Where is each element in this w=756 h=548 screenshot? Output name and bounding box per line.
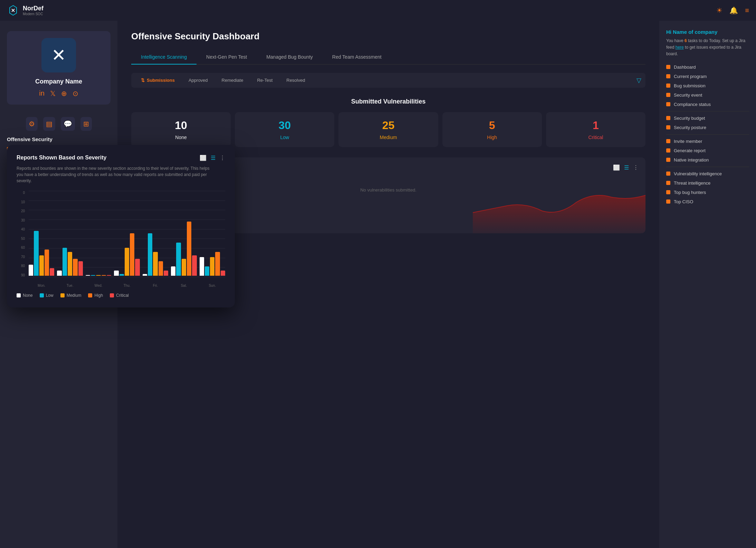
linkedin-icon[interactable]: in xyxy=(39,89,45,98)
right-nav-label: Top CISO xyxy=(674,199,693,204)
nav-icons: ☀ 🔔 ≡ xyxy=(716,6,749,14)
right-nav-label: Threat intelligence xyxy=(674,180,710,186)
sub-tabs: ⇅ Submissions Approved Remediate Re-Test… xyxy=(131,73,645,88)
nav-dot xyxy=(666,181,670,185)
legend-none: None xyxy=(17,293,33,298)
bar-thu-none xyxy=(114,271,118,276)
right-nav-top-bug-hunters[interactable]: Top bug hunters xyxy=(666,190,749,195)
right-nav-invite-member[interactable]: Invite member xyxy=(666,139,749,144)
bar-wed-none xyxy=(86,275,90,276)
right-nav-label: Current program xyxy=(674,74,707,79)
vuln-label-high: High xyxy=(487,135,497,140)
right-nav-bug-submission[interactable]: Bug submission xyxy=(666,83,749,88)
right-nav-compliance-status[interactable]: Compliance status xyxy=(666,102,749,107)
legend-dot-none xyxy=(17,293,21,297)
vuln-count-low: 30 xyxy=(279,119,291,132)
bar-thu-high xyxy=(130,233,134,276)
right-nav-label: Dashboard xyxy=(674,65,696,70)
right-nav-threat-intelligence[interactable]: Threat intelligence xyxy=(666,180,749,186)
chart-icon-expand[interactable]: ⬜ xyxy=(200,155,207,161)
right-nav-dashboard[interactable]: Dashboard xyxy=(666,65,749,70)
bar-wed-high xyxy=(102,275,106,276)
settings-icon[interactable]: ⚙ xyxy=(26,117,38,131)
subtab-retest[interactable]: Re-Test xyxy=(251,76,278,85)
chart-icon-list[interactable]: ☰ xyxy=(211,155,216,161)
bar-tue-low xyxy=(63,248,67,276)
subtab-resolved[interactable]: Resolved xyxy=(281,76,310,85)
bar-wed-medium xyxy=(96,275,101,276)
nav-dot xyxy=(666,148,670,153)
menu-icon[interactable]: ≡ xyxy=(745,7,749,14)
vuln-card-low: 30 Low xyxy=(235,112,334,147)
sun-icon[interactable]: ☀ xyxy=(716,6,722,14)
right-nav-security-posture[interactable]: Security posture xyxy=(666,125,749,130)
area-chart-icon1[interactable]: ⬜ xyxy=(613,164,620,171)
day-group-fri xyxy=(143,191,168,276)
day-group-tue xyxy=(57,191,83,276)
day-group-sun xyxy=(200,191,225,276)
legend-dot-critical xyxy=(110,293,114,297)
area-chart-icon3[interactable]: ⋮ xyxy=(633,164,639,171)
legend-dot-low xyxy=(40,293,44,297)
vuln-count-none: 10 xyxy=(175,119,187,132)
grid-icon[interactable]: ⊞ xyxy=(80,117,92,131)
right-nav-label: Security event xyxy=(674,92,702,98)
bar-fri-medium xyxy=(153,252,157,276)
tab-nextgen-pen-test[interactable]: Next-Gen Pen Test xyxy=(197,50,257,65)
right-nav-current-program[interactable]: Current program xyxy=(666,74,749,79)
vuln-cards: 10 None 30 Low 25 Medium 5 High 1 Crit xyxy=(131,112,645,147)
globe-icon[interactable]: ⊕ xyxy=(61,89,67,98)
bar-chart: 90 80 70 60 50 40 30 20 10 0 xyxy=(17,191,225,287)
tab-intelligence-scanning[interactable]: Intelligence Scanning xyxy=(131,50,197,65)
right-nav-label: Generate report xyxy=(674,148,706,153)
bar-thu-critical xyxy=(135,259,140,276)
right-panel: Hi Name of company You have 6 tasks to d… xyxy=(659,21,756,548)
legend-critical: Critical xyxy=(110,293,129,298)
app-subtitle: Modern SOC xyxy=(23,12,44,16)
bar-tue-medium xyxy=(68,252,72,276)
vuln-card-medium: 25 Medium xyxy=(338,112,438,147)
github-icon[interactable]: ⊙ xyxy=(73,89,78,98)
subtab-submissions[interactable]: ⇅ Submissions xyxy=(135,76,180,85)
right-nav-native-integration[interactable]: Native integration xyxy=(666,157,749,163)
right-nav-generate-report[interactable]: Generate report xyxy=(666,148,749,153)
logo-area: NorDef Modern SOC xyxy=(7,4,44,17)
nav-dot xyxy=(666,139,670,143)
tab-managed-bug-bounty[interactable]: Managed Bug Bounty xyxy=(257,50,323,65)
chart-legend: None Low Medium High Critical xyxy=(17,293,225,298)
legend-high: High xyxy=(88,293,103,298)
twitter-icon[interactable]: 𝕏 xyxy=(50,89,56,98)
filter-icon[interactable]: ▽ xyxy=(637,77,641,84)
tab-red-team-assessment[interactable]: Red Team Assessment xyxy=(323,50,391,65)
bar-mon-medium xyxy=(39,255,44,276)
nav-dot xyxy=(666,93,670,97)
bar-wed-low xyxy=(91,275,95,276)
company-avatar: ✕ xyxy=(41,38,76,72)
jira-link[interactable]: here xyxy=(676,45,684,50)
legend-dot-medium xyxy=(60,293,65,297)
right-nav-label: Native integration xyxy=(674,157,709,163)
chat-icon[interactable]: 💬 xyxy=(61,117,75,131)
area-chart-icon2[interactable]: ☰ xyxy=(624,164,629,171)
action-icons: ⚙ ▤ 💬 ⊞ xyxy=(26,117,92,131)
right-nav-top-ciso[interactable]: Top CISO xyxy=(666,199,749,204)
submissions-label: Submissions xyxy=(147,78,175,83)
right-nav-vulnerability-intelligence[interactable]: Vulnerability intelligence xyxy=(666,171,749,176)
chart-icon-more[interactable]: ⋮ xyxy=(220,155,225,161)
vuln-card-none: 10 None xyxy=(131,112,231,147)
right-nav-label: Security posture xyxy=(674,125,706,130)
main-tabs: Intelligence Scanning Next-Gen Pen Test … xyxy=(131,50,645,65)
subtab-remediate[interactable]: Remediate xyxy=(216,76,249,85)
right-nav-security-budget[interactable]: Security budget xyxy=(666,116,749,121)
nav-divider xyxy=(666,167,749,167)
vuln-section-title: Submitted Vulnerabilities xyxy=(131,98,645,105)
card-icon[interactable]: ▤ xyxy=(43,117,55,131)
nav-dot xyxy=(666,125,670,129)
y-axis: 90 80 70 60 50 40 30 20 10 0 xyxy=(17,191,27,277)
chart-panel-desc: Reports and bounties are shown in the ne… xyxy=(17,165,217,184)
bell-icon[interactable]: 🔔 xyxy=(729,6,738,14)
subtab-approved[interactable]: Approved xyxy=(183,76,213,85)
right-nav-security-event[interactable]: Security event xyxy=(666,92,749,98)
right-nav-label: Vulnerability intelligence xyxy=(674,171,722,176)
bar-fri-critical xyxy=(164,271,168,276)
